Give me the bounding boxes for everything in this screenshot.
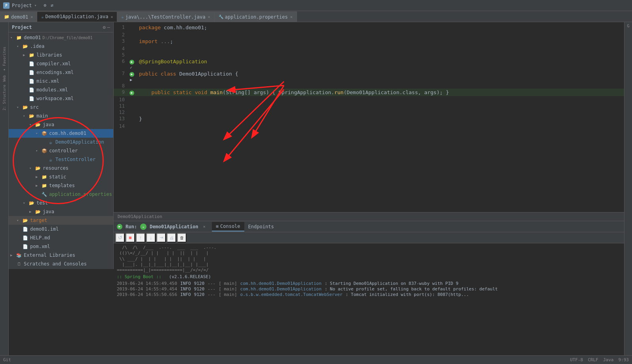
tab-console[interactable]: ≡ Console	[212, 222, 244, 231]
tree-item-demo01app[interactable]: ☕ Demo01Application	[9, 138, 113, 146]
run-btn-9[interactable]: ▶	[129, 91, 134, 95]
sidebar-collapse-icon[interactable]: —	[107, 25, 110, 30]
tree-item-src[interactable]: ▾ 📂 src	[9, 103, 113, 112]
folder-icon: 📂	[29, 113, 35, 119]
status-git[interactable]: Git	[3, 357, 11, 362]
status-line-sep[interactable]: CRLF	[588, 357, 599, 362]
tree-label-appprops: application.properties	[49, 191, 112, 197]
main-area: ★ Favorites Web 2: Structure Project ⚙ —…	[0, 22, 632, 355]
tree-arrow: ▶	[36, 184, 41, 188]
sync-icon[interactable]: ⇄	[49, 3, 55, 8]
tree-label-resources: resources	[43, 165, 69, 171]
scratch-icon: 🗒	[16, 261, 22, 267]
tree-item-scratches[interactable]: 🗒 Scratches and Consoles	[9, 260, 113, 268]
tab-demo01-close[interactable]: ✕	[30, 15, 33, 19]
tree-item-idea[interactable]: ▾ 📂 .idea	[9, 42, 113, 51]
tab-demo01[interactable]: 📁 demo01 ✕	[0, 11, 37, 22]
tree-item-main[interactable]: ▾ 📂 main	[9, 112, 113, 120]
run-debug-btn-6[interactable]: ▶	[129, 60, 134, 64]
tree-item-static[interactable]: ▶ 📁 static	[9, 173, 113, 181]
console-content[interactable]: /\ /\ /___ .---. ___ ___ .---. (()\=/_/_…	[114, 243, 624, 355]
line-num-7: 7	[114, 70, 129, 82]
tree-item-test-java[interactable]: ▶ 📂 java	[9, 207, 113, 216]
status-position: 9:93	[619, 357, 629, 362]
line-gutter-12	[129, 109, 137, 115]
tree-item-resources[interactable]: ▾ 📂 resources	[9, 164, 113, 173]
scroll-up-btn[interactable]: ↑	[136, 233, 145, 243]
tree-arrow: ▾	[23, 114, 29, 118]
tree-item-pomxml[interactable]: 📄 pom.xml	[9, 242, 113, 251]
sidebar-settings-icon[interactable]: ⚙	[103, 25, 106, 30]
code-line-1: 1 package com.hh.demo01;	[114, 24, 624, 31]
stop-btn[interactable]: ■	[126, 233, 135, 243]
tree-item-com-hh-demo01[interactable]: ▾ 📦 com.hh.demo01	[9, 129, 113, 138]
tab-endpoints[interactable]: Endpoints	[244, 222, 278, 231]
status-lang[interactable]: Java	[603, 357, 614, 362]
line-content-2	[137, 31, 624, 38]
tree-item-test[interactable]: ▾ 📂 test	[9, 199, 113, 207]
tab-demo01application[interactable]: ☕ Demo01Application.java ✕	[37, 11, 117, 22]
structure-btn[interactable]: 2: Structure	[2, 84, 7, 111]
tab-testctrl-close[interactable]: ✕	[208, 15, 210, 19]
project-caret[interactable]: ▾	[34, 3, 37, 8]
msg2: : No active profile set, falling back to…	[325, 286, 498, 292]
tree-item-encodings-xml[interactable]: 📄 encodings.xml	[9, 68, 113, 77]
restart-btn[interactable]: ↺	[115, 233, 125, 243]
tree-item-appprops[interactable]: 🔧 application.properties	[9, 190, 113, 199]
clear-btn[interactable]: 🗑	[177, 233, 187, 243]
git-icon[interactable]: G	[627, 24, 629, 28]
app-run-icon: ☕	[140, 224, 147, 230]
project-tree: ▾ 📁 demo01 D:/Chrome_file/demo01 ▾ 📂 .id…	[9, 32, 113, 269]
line-content-5	[137, 51, 624, 58]
line-num-14: 14	[114, 123, 129, 129]
tab-demo01app-icon: ☕	[41, 15, 44, 19]
tree-item-target[interactable]: ▾ 📂 target	[9, 216, 113, 225]
tree-item-ext-libs[interactable]: ▶ 📚 External Libraries	[9, 251, 113, 260]
line-gutter-11	[129, 102, 137, 109]
testctrl-icon: ☕	[48, 156, 54, 163]
line-num-10: 10	[114, 96, 129, 102]
app-name-label: Demo01Application	[150, 224, 198, 229]
tab-appprops-close[interactable]: ✕	[290, 15, 293, 19]
tree-item-misc-xml[interactable]: 📄 misc.xml	[9, 77, 113, 85]
code-lines: 1 package com.hh.demo01; 2 3 imp	[114, 22, 624, 131]
tree-item-modules-xml[interactable]: 📄 modules.xml	[9, 85, 113, 94]
run-label: Run:	[126, 224, 137, 229]
md-icon: 📄	[22, 235, 29, 241]
xml-icon-3: 📄	[29, 78, 35, 84]
tree-item-iml[interactable]: 📄 demo01.iml	[9, 225, 113, 233]
line-content-10	[137, 96, 624, 102]
bottom-tabs: ≡ Console Endpoints	[212, 222, 278, 231]
tree-item-java[interactable]: ▾ 📂 java	[9, 120, 113, 129]
soft-wrap-btn[interactable]: ⇥	[156, 233, 166, 243]
line-num-1: 1	[114, 24, 129, 31]
settings-icon[interactable]: ⚙	[42, 3, 48, 8]
line-num-5: 5	[114, 51, 129, 58]
tab-appprops[interactable]: 🔧 application.properties ✕	[215, 11, 297, 22]
main-editor-wrapper: 1 package com.hh.demo01; 2 3 imp	[114, 22, 624, 355]
scroll-down-btn[interactable]: ↓	[146, 233, 156, 243]
favorites-btn[interactable]: ★ Favorites	[2, 46, 7, 73]
tree-item-testcontroller[interactable]: ☕ TestController	[9, 155, 113, 164]
tab-demo01app-close[interactable]: ✕	[110, 15, 113, 19]
bottom-close-btn[interactable]: ✕	[203, 224, 206, 229]
tree-item-controller[interactable]: ▾ 📦 controller	[9, 146, 113, 155]
tree-label-ext-libs: External Libraries	[24, 252, 75, 258]
code-line-9: 9 ▶ public static void main(String[] arg…	[114, 89, 624, 96]
tree-item-workspace-xml[interactable]: 📄 workspace.xml	[9, 94, 113, 103]
code-editor[interactable]: 1 package com.hh.demo01; 2 3 imp	[114, 22, 624, 212]
run-debug-btn-7[interactable]: ▶	[129, 72, 134, 77]
tree-item-templates[interactable]: ▶ 📁 templates	[9, 181, 113, 190]
print-btn[interactable]: 🖨	[167, 233, 176, 243]
tree-item-compiler-xml[interactable]: 📄 compiler.xml	[9, 59, 113, 68]
tree-item-demo01-root[interactable]: ▾ 📁 demo01 D:/Chrome_file/demo01	[9, 33, 113, 42]
line-content-7: public class Demo01Application {	[137, 70, 624, 82]
code-line-2: 2	[114, 31, 624, 38]
tree-item-helpmd[interactable]: 📄 HELP.md	[9, 233, 113, 242]
web-btn[interactable]: Web	[2, 74, 7, 82]
tree-item-libraries[interactable]: ▶ 📁 libraries	[9, 51, 113, 59]
status-encoding[interactable]: UTF-8	[570, 357, 583, 362]
tree-label-compiler-xml: compiler.xml	[36, 61, 71, 66]
tree-label-scratches: Scratches and Consoles	[24, 261, 87, 267]
tab-testcontroller[interactable]: ☕ java\...\TestController.java ✕	[117, 11, 214, 22]
